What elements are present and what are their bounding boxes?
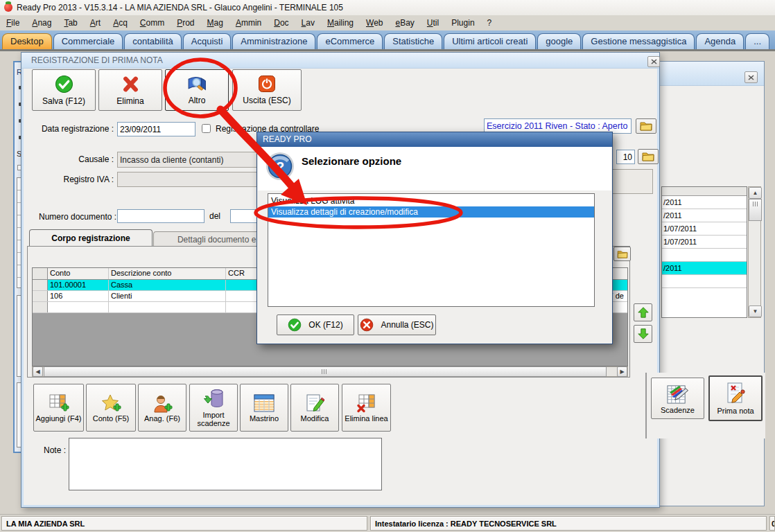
menu-anag[interactable]: Anag bbox=[26, 15, 58, 30]
horizontal-scrollbar[interactable]: ◀ ▶ bbox=[32, 366, 628, 377]
altro-label: Altro bbox=[189, 96, 206, 105]
tab-desktop[interactable]: Desktop bbox=[2, 33, 52, 49]
list-item[interactable]: 1/07/2011 bbox=[662, 222, 747, 236]
modifica-button[interactable]: Modifica bbox=[290, 384, 339, 432]
list-item[interactable]: 1/07/2011 bbox=[662, 236, 747, 249]
scroll-right-icon[interactable]: ▶ bbox=[617, 366, 627, 377]
menu-tab[interactable]: Tab bbox=[58, 15, 83, 30]
move-row-up-button[interactable] bbox=[634, 303, 652, 321]
arrow-up-icon bbox=[637, 306, 650, 319]
app-titlebar[interactable]: Ready Pro 2013 - V15.3.14 - LA MIA AZIEN… bbox=[0, 0, 775, 16]
registrazione-da-controllare-checkbox[interactable] bbox=[202, 124, 211, 133]
list-item[interactable] bbox=[662, 288, 747, 301]
tab-commerciale[interactable]: Commerciale bbox=[53, 33, 123, 49]
scroll-up-icon[interactable]: ▲ bbox=[749, 187, 762, 199]
tab-gestione-messaggistica[interactable]: Gestione messaggistica bbox=[582, 33, 695, 49]
menu-ammin[interactable]: Ammin bbox=[229, 15, 268, 30]
ok-button[interactable]: OK (F12) bbox=[277, 314, 354, 335]
tabbar-edge bbox=[0, 49, 775, 51]
elimina-linea-label: Elimina linea bbox=[345, 414, 388, 423]
scrollbar-thumb[interactable] bbox=[44, 366, 607, 377]
annulla-button[interactable]: Annulla (ESC) bbox=[358, 314, 436, 335]
tab-agenda[interactable]: Agenda bbox=[696, 33, 744, 49]
tab-google[interactable]: google bbox=[537, 33, 581, 49]
tab-more[interactable]: ... bbox=[745, 33, 769, 49]
row-selector[interactable] bbox=[33, 280, 48, 290]
uscita-button[interactable]: Uscita (ESC) bbox=[232, 69, 302, 111]
tab-acquisti[interactable]: Acquisti bbox=[183, 33, 232, 49]
menu-mag[interactable]: Mag bbox=[201, 15, 229, 30]
tab-ecommerce[interactable]: eCommerce bbox=[317, 33, 383, 49]
conto-button[interactable]: Conto (F5) bbox=[86, 384, 136, 432]
ledger-table-icon bbox=[253, 393, 275, 413]
registro-iva-input[interactable] bbox=[117, 172, 279, 187]
cell-descrizione[interactable]: Cassa bbox=[109, 280, 226, 290]
prima-nota-button[interactable]: Prima nota bbox=[708, 375, 763, 421]
count-folder-button[interactable] bbox=[638, 149, 659, 164]
scrollbar-thumb[interactable] bbox=[749, 199, 762, 221]
scroll-left-icon[interactable]: ◀ bbox=[33, 366, 43, 377]
numero-documento-label: Numero documento : bbox=[39, 212, 114, 222]
menu-art[interactable]: Art bbox=[84, 15, 107, 30]
menu-web[interactable]: Web bbox=[360, 15, 389, 30]
close-icon[interactable] bbox=[647, 56, 660, 67]
cell-conto[interactable]: 106 bbox=[48, 291, 109, 301]
count-input[interactable] bbox=[616, 150, 635, 164]
menu-help[interactable]: ? bbox=[481, 15, 498, 30]
row-selector[interactable] bbox=[33, 291, 48, 301]
col-header-descrizione[interactable]: Descrizione conto bbox=[109, 268, 226, 279]
list-item[interactable] bbox=[662, 249, 747, 262]
option-visualizza-log[interactable]: Visualizza LOG attivita' bbox=[268, 195, 594, 206]
tab-corpo-registrazione[interactable]: Corpo registrazione bbox=[29, 229, 153, 247]
mastrino-button[interactable]: Mastrino bbox=[240, 384, 288, 432]
move-row-down-button[interactable] bbox=[634, 325, 652, 343]
menu-util[interactable]: Util bbox=[421, 15, 445, 30]
menu-lav[interactable]: Lav bbox=[295, 15, 321, 30]
book-search-icon bbox=[186, 75, 208, 93]
menu-plugin[interactable]: Plugin bbox=[445, 15, 480, 30]
col-header-conto[interactable]: Conto bbox=[48, 268, 109, 279]
cell-conto[interactable]: 101.00001 bbox=[48, 280, 109, 290]
dialog-titlebar[interactable]: READY PRO bbox=[257, 132, 612, 147]
vertical-scrollbar[interactable]: ▲ ▼ bbox=[748, 186, 761, 318]
altro-button[interactable]: Altro bbox=[165, 69, 229, 111]
salva-button[interactable]: Salva (F12) bbox=[32, 69, 96, 111]
grid-add-icon bbox=[49, 393, 69, 413]
aggiungi-button[interactable]: Aggiungi (F4) bbox=[33, 384, 84, 432]
list-item-selected[interactable]: /2011 bbox=[662, 262, 747, 275]
scadenze-button[interactable]: Scadenze bbox=[651, 378, 704, 419]
menu-mailing[interactable]: Mailing bbox=[321, 15, 360, 30]
anag-button[interactable]: Anag. (F6) bbox=[138, 384, 186, 432]
cell-descrizione[interactable]: Clienti bbox=[109, 291, 226, 301]
menu-file[interactable]: File bbox=[0, 15, 26, 30]
list-item[interactable] bbox=[662, 275, 747, 288]
note-textarea[interactable] bbox=[69, 438, 382, 490]
window-titlebar[interactable]: REGISTRAZIONE DI PRIMA NOTA bbox=[21, 53, 659, 69]
import-scadenze-button[interactable]: Import scadenze bbox=[189, 384, 238, 432]
menu-comm[interactable]: Comm bbox=[134, 15, 171, 30]
elimina-linea-button[interactable]: Elimina linea bbox=[342, 384, 391, 432]
row-selector[interactable] bbox=[33, 302, 48, 312]
panel-folder-button[interactable] bbox=[613, 247, 631, 261]
prima-nota-label: Prima nota bbox=[717, 407, 754, 415]
menu-doc[interactable]: Doc bbox=[268, 15, 295, 30]
tab-statistiche[interactable]: Statistiche bbox=[384, 33, 442, 49]
conto-label: Conto (F5) bbox=[93, 414, 130, 423]
menu-acq[interactable]: Acq bbox=[107, 15, 134, 30]
elimina-button[interactable]: Elimina bbox=[98, 69, 162, 111]
option-visualizza-dettagli[interactable]: Visualizza dettagli di creazione/modific… bbox=[268, 206, 594, 218]
tab-ultimi-articoli[interactable]: Ultimi articoli creati bbox=[444, 33, 536, 49]
menu-ebay[interactable]: eBay bbox=[389, 15, 420, 30]
data-registrazione-input[interactable] bbox=[117, 122, 195, 136]
causale-input[interactable] bbox=[117, 152, 279, 168]
numero-documento-input[interactable] bbox=[117, 209, 204, 223]
list-item[interactable]: /2011 bbox=[662, 196, 747, 209]
close-icon[interactable] bbox=[744, 71, 758, 83]
esercizio-folder-button[interactable] bbox=[636, 118, 656, 134]
tab-amministrazione[interactable]: Amministrazione bbox=[232, 33, 315, 49]
right-window-titlebar[interactable] bbox=[659, 62, 764, 86]
tab-contabilita[interactable]: contabilità bbox=[124, 33, 182, 49]
menu-prod[interactable]: Prod bbox=[171, 15, 200, 30]
scroll-down-icon[interactable]: ▼ bbox=[749, 305, 762, 317]
list-item[interactable]: /2011 bbox=[662, 209, 747, 222]
